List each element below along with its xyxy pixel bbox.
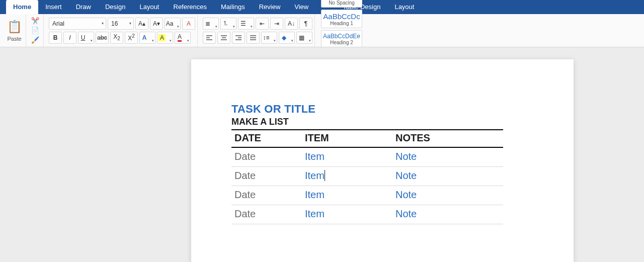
change-case-icon: Aa: [166, 20, 174, 27]
paste-icon[interactable]: 📋: [7, 20, 22, 34]
highlight-icon: A: [158, 34, 165, 41]
style-tile-heading-2[interactable]: AaBbCcDdEeHeading 2: [321, 30, 362, 47]
tab-mailings[interactable]: Mailings: [214, 0, 252, 14]
bullets-button[interactable]: ≣: [203, 18, 219, 30]
borders-icon: ▦: [299, 34, 304, 41]
cell-note[interactable]: Note: [392, 167, 503, 186]
table-row[interactable]: DateItemNote: [231, 147, 503, 167]
sort-button[interactable]: A↓: [285, 18, 298, 30]
underline-icon: U: [81, 34, 86, 41]
list-table[interactable]: DATE ITEM NOTES DateItemNoteDateItemNote…: [231, 129, 503, 224]
cell-item[interactable]: Item: [302, 205, 392, 224]
format-painter-icon[interactable]: 🖌️: [31, 36, 39, 44]
strikethrough-button[interactable]: abc: [96, 32, 109, 44]
bold-button[interactable]: B: [49, 32, 62, 44]
decrease-indent-button[interactable]: ⇤: [256, 18, 269, 30]
font-size-combo[interactable]: 16: [108, 18, 134, 30]
justify-button[interactable]: [247, 32, 260, 44]
strikethrough-icon: abc: [97, 34, 107, 41]
header-item[interactable]: ITEM: [302, 130, 392, 147]
cell-date[interactable]: Date: [231, 147, 302, 167]
cell-date[interactable]: Date: [231, 186, 302, 205]
style-label: No Spacing: [329, 0, 355, 6]
cell-note[interactable]: Note: [392, 186, 503, 205]
align-center-button[interactable]: [217, 32, 230, 44]
cut-icon[interactable]: ✂️: [31, 17, 39, 25]
cell-date[interactable]: Date: [231, 167, 302, 186]
cell-item[interactable]: Item: [302, 167, 392, 186]
line-spacing-button[interactable]: ↕≡: [261, 32, 277, 44]
tab-view[interactable]: View: [287, 0, 315, 14]
show-marks-button[interactable]: ¶: [299, 18, 312, 30]
font-family-combo[interactable]: Arial: [49, 18, 106, 30]
cell-note[interactable]: Note: [392, 147, 503, 167]
align-left-icon: [206, 34, 213, 41]
highlight-button[interactable]: A: [157, 32, 173, 44]
superscript-button[interactable]: X2: [125, 32, 138, 44]
change-case-button[interactable]: Aa: [165, 18, 181, 30]
numbering-button[interactable]: ⒈: [220, 18, 236, 30]
ribbon: 📋 Paste ✂️ 📄 🖌️ Arial 16 A▴ A▾ Aa A B I …: [0, 14, 644, 47]
document-page[interactable]: TASK OR TITLE MAKE A LIST DATE ITEM NOTE…: [191, 59, 574, 262]
tab-layout[interactable]: Layout: [132, 0, 166, 14]
text-effects-icon: A: [142, 34, 147, 41]
align-center-icon: [220, 34, 227, 41]
superscript-icon: X2: [128, 33, 135, 42]
cell-note[interactable]: Note: [392, 205, 503, 224]
decrease-font-size-button[interactable]: A▾: [150, 18, 163, 30]
document-canvas[interactable]: ✥ TASK OR TITLE MAKE A LIST DATE ITEM NO…: [0, 47, 644, 262]
subscript-button[interactable]: X2: [110, 32, 123, 44]
align-left-button[interactable]: [203, 32, 216, 44]
tab-table-layout[interactable]: Layout: [387, 0, 421, 14]
font-color-icon: A: [178, 33, 182, 42]
underline-button[interactable]: U: [78, 32, 94, 44]
align-right-button[interactable]: [232, 32, 245, 44]
tab-references[interactable]: References: [167, 0, 214, 14]
table-row[interactable]: DateItemNote: [231, 205, 503, 224]
doc-subtitle[interactable]: MAKE A LIST: [231, 117, 533, 127]
header-date[interactable]: DATE: [231, 130, 302, 147]
doc-title[interactable]: TASK OR TITLE: [231, 103, 533, 116]
clear-formatting-button[interactable]: A: [182, 18, 195, 30]
style-tile-heading-1[interactable]: AaBbCcDcHeading 1: [321, 10, 362, 28]
decrease-indent-icon: ⇤: [260, 20, 265, 27]
italic-icon: I: [69, 34, 70, 41]
increase-font-size-button[interactable]: A▴: [135, 18, 148, 30]
copy-icon[interactable]: 📄: [31, 27, 39, 34]
increase-indent-button[interactable]: ⇥: [270, 18, 283, 30]
table-row[interactable]: DateItemNote: [231, 167, 503, 186]
header-notes[interactable]: NOTES: [392, 130, 503, 147]
multilevel-list-button[interactable]: ☰: [238, 18, 254, 30]
paste-button[interactable]: Paste: [7, 36, 21, 42]
table-header-row[interactable]: DATE ITEM NOTES: [231, 130, 503, 147]
cell-date[interactable]: Date: [231, 205, 302, 224]
numbering-icon: ⒈: [222, 19, 228, 28]
tab-home[interactable]: Home: [6, 0, 38, 14]
tab-insert[interactable]: Insert: [38, 0, 69, 14]
increase-font-icon: A▴: [138, 20, 145, 27]
decrease-font-icon: A▾: [153, 20, 160, 27]
bold-icon: B: [53, 34, 58, 41]
borders-button[interactable]: ▦: [296, 32, 312, 44]
text-effects-button[interactable]: A: [139, 32, 155, 44]
style-label: Heading 1: [330, 21, 353, 26]
line-spacing-icon: ↕≡: [263, 34, 269, 41]
tab-draw[interactable]: Draw: [69, 0, 98, 14]
style-sample: AaBbCcDdEe: [323, 33, 360, 40]
subscript-icon: X2: [113, 33, 120, 41]
font-color-button[interactable]: A: [175, 32, 191, 44]
group-paragraph: ≣ ⒈ ☰ ⇤ ⇥ A↓ ¶ ↕≡ ◆ ▦: [201, 14, 315, 47]
tab-design[interactable]: Design: [98, 0, 132, 14]
bullets-icon: ≣: [205, 20, 210, 27]
shading-button[interactable]: ◆: [279, 32, 295, 44]
tab-review[interactable]: Review: [252, 0, 288, 14]
cell-item[interactable]: Item: [302, 147, 392, 167]
cell-item[interactable]: Item: [302, 186, 392, 205]
group-clipboard-extra: ✂️ 📄 🖌️: [29, 14, 44, 47]
table-row[interactable]: DateItemNote: [231, 186, 503, 205]
italic-button[interactable]: I: [63, 32, 76, 44]
style-tile-no-spacing[interactable]: AaBbCcDdEeNo Spacing: [321, 0, 362, 8]
group-clipboard: 📋 Paste: [3, 14, 26, 47]
increase-indent-icon: ⇥: [274, 20, 279, 27]
style-label: Heading 2: [330, 40, 353, 45]
